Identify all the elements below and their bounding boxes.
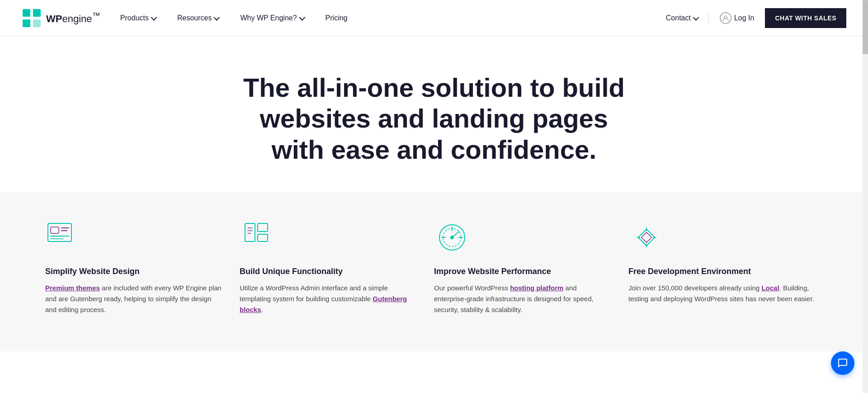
logo-icon (22, 8, 42, 28)
hero-section: The all-in-one solution to build website… (0, 36, 868, 192)
svg-rect-3 (33, 19, 41, 27)
navbar-left: WPengine™ Products Resources Why WP Engi… (22, 8, 349, 28)
feature-devenv: Free Development Environment Join over 1… (628, 219, 823, 315)
feature-devenv-title: Free Development Environment (628, 266, 823, 277)
devenv-icon (628, 219, 665, 256)
nav-why[interactable]: Why WP Engine? (238, 10, 305, 26)
chevron-down-icon (151, 14, 157, 20)
svg-rect-11 (245, 223, 255, 241)
feature-performance: Improve Website Performance Our powerful… (434, 219, 628, 315)
feature-functionality-title: Build Unique Functionality (240, 266, 416, 277)
nav-divider (708, 13, 709, 24)
local-link[interactable]: Local (761, 284, 779, 292)
feature-performance-desc: Our powerful WordPress hosting platform … (434, 283, 610, 315)
functionality-icon (240, 219, 276, 256)
navbar: WPengine™ Products Resources Why WP Engi… (0, 0, 868, 36)
svg-point-4 (724, 16, 727, 19)
navbar-right: Contact Log In CHAT WITH SALES (666, 8, 846, 28)
svg-rect-24 (638, 229, 655, 246)
logo[interactable]: WPengine™ (22, 8, 100, 28)
feature-simplify: Simplify Website Design Premium themes a… (45, 219, 240, 315)
svg-rect-0 (23, 9, 30, 17)
chevron-down-icon (299, 14, 305, 20)
nav-login[interactable]: Log In (720, 12, 754, 24)
svg-line-20 (452, 232, 459, 237)
scrollbar-thumb[interactable] (863, 0, 868, 54)
svg-rect-1 (33, 9, 41, 17)
svg-rect-6 (51, 227, 59, 233)
features-section: Simplify Website Design Premium themes a… (0, 192, 868, 351)
logo-text: WPengine™ (46, 11, 100, 25)
nav-pricing[interactable]: Pricing (324, 10, 349, 26)
svg-rect-2 (23, 19, 30, 27)
chat-with-sales-button[interactable]: CHAT WITH SALES (765, 8, 846, 28)
svg-rect-13 (258, 234, 268, 241)
svg-rect-25 (642, 232, 652, 243)
user-icon (720, 12, 731, 24)
performance-icon (434, 219, 470, 256)
hosting-platform-link[interactable]: hosting platform (510, 284, 563, 292)
premium-themes-link[interactable]: Premium themes (45, 284, 100, 292)
feature-functionality: Build Unique Functionality Utilize a Wor… (240, 219, 434, 315)
feature-devenv-desc: Join over 150,000 developers already usi… (628, 283, 823, 304)
feature-simplify-title: Simplify Website Design (45, 266, 222, 277)
simplify-icon (45, 219, 81, 256)
hero-heading: The all-in-one solution to build website… (240, 72, 628, 165)
nav-products[interactable]: Products (118, 10, 157, 26)
nav-contact[interactable]: Contact (666, 14, 698, 22)
chevron-down-icon (214, 14, 220, 20)
feature-performance-title: Improve Website Performance (434, 266, 610, 277)
feature-functionality-desc: Utilize a WordPress Admin interface and … (240, 283, 416, 315)
feature-simplify-desc: Premium themes are included with every W… (45, 283, 222, 315)
scrollbar[interactable] (863, 0, 868, 351)
svg-rect-12 (258, 223, 268, 232)
chevron-down-icon (693, 14, 699, 20)
nav-resources[interactable]: Resources (175, 10, 220, 26)
